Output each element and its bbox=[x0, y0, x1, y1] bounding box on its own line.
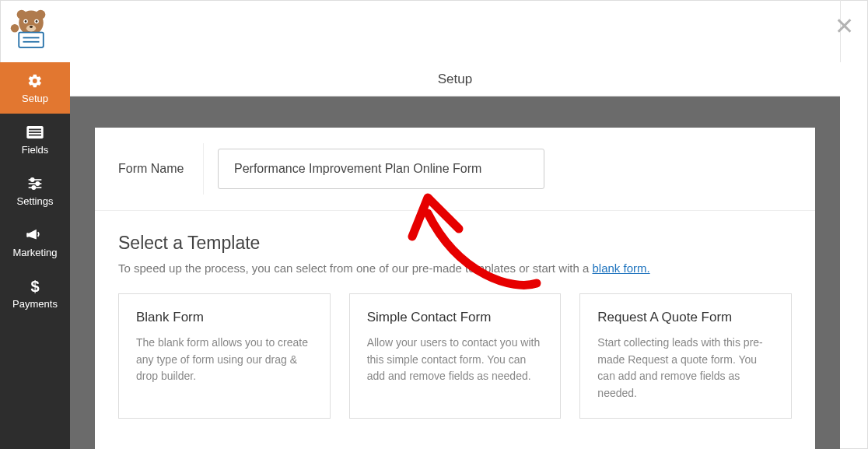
dollar-icon: $ bbox=[30, 278, 40, 295]
template-title: Blank Form bbox=[136, 310, 313, 325]
sidebar-item-label: Setup bbox=[22, 93, 48, 104]
sidebar-item-payments[interactable]: $ Payments bbox=[0, 268, 70, 319]
logo bbox=[5, 3, 58, 56]
form-name-row: Form Name bbox=[95, 128, 815, 211]
template-desc: The blank form allows you to create any … bbox=[136, 335, 313, 385]
top-bar: Setup bbox=[70, 62, 840, 96]
form-name-label: Form Name bbox=[95, 143, 204, 195]
bullhorn-icon bbox=[26, 226, 44, 244]
sidebar-item-label: Marketing bbox=[12, 247, 57, 258]
page-title: Setup bbox=[438, 72, 472, 87]
select-template-heading: Select a Template bbox=[118, 233, 792, 254]
svg-rect-9 bbox=[19, 33, 44, 47]
main-region: Setup Form Name Select a Template To spe… bbox=[70, 62, 840, 449]
setup-panel: Form Name Select a Template To speed up … bbox=[95, 128, 815, 449]
sidebar-item-label: Payments bbox=[12, 298, 58, 310]
sidebar-item-label: Settings bbox=[17, 195, 54, 207]
svg-point-12 bbox=[11, 24, 19, 33]
templates-grid: Blank Form The blank form allows you to … bbox=[118, 293, 792, 419]
svg-rect-14 bbox=[29, 128, 41, 130]
template-card-request-quote[interactable]: Request A Quote Form Start collecting le… bbox=[579, 293, 792, 419]
list-icon bbox=[26, 124, 44, 141]
template-desc: Allow your users to contact you with thi… bbox=[367, 335, 544, 385]
blank-form-link[interactable]: blank form. bbox=[592, 261, 649, 275]
svg-point-5 bbox=[25, 20, 27, 23]
sliders-icon bbox=[27, 175, 43, 192]
template-card-blank[interactable]: Blank Form The blank form allows you to … bbox=[118, 293, 331, 419]
svg-point-2 bbox=[36, 10, 45, 19]
template-title: Simple Contact Form bbox=[367, 310, 544, 325]
sidebar-item-label: Fields bbox=[22, 144, 49, 156]
svg-point-18 bbox=[31, 177, 34, 181]
svg-rect-16 bbox=[29, 134, 41, 135]
svg-text:$: $ bbox=[30, 278, 39, 295]
svg-point-22 bbox=[32, 185, 35, 188]
svg-rect-15 bbox=[29, 132, 41, 133]
sidebar-item-settings[interactable]: Settings bbox=[0, 165, 70, 216]
template-title: Request A Quote Form bbox=[597, 310, 774, 325]
sidebar: Setup Fields Settings Marketing $ Paymen… bbox=[0, 62, 70, 449]
template-section: Select a Template To speed up the proces… bbox=[95, 211, 815, 419]
svg-point-8 bbox=[30, 26, 33, 28]
form-name-input[interactable] bbox=[218, 149, 544, 189]
svg-point-20 bbox=[36, 181, 39, 184]
template-desc: Start collecting leads with this pre-mad… bbox=[597, 335, 774, 402]
close-icon[interactable]: ✕ bbox=[835, 12, 854, 40]
select-template-description: To speed up the process, you can select … bbox=[118, 261, 792, 275]
template-card-simple-contact[interactable]: Simple Contact Form Allow your users to … bbox=[349, 293, 562, 419]
sidebar-item-fields[interactable]: Fields bbox=[0, 114, 70, 165]
sidebar-item-setup[interactable]: Setup bbox=[0, 62, 70, 114]
svg-point-6 bbox=[36, 20, 38, 23]
gear-icon bbox=[27, 72, 43, 89]
svg-point-1 bbox=[17, 10, 26, 19]
sidebar-item-marketing[interactable]: Marketing bbox=[0, 216, 70, 268]
svg-rect-23 bbox=[26, 233, 29, 237]
